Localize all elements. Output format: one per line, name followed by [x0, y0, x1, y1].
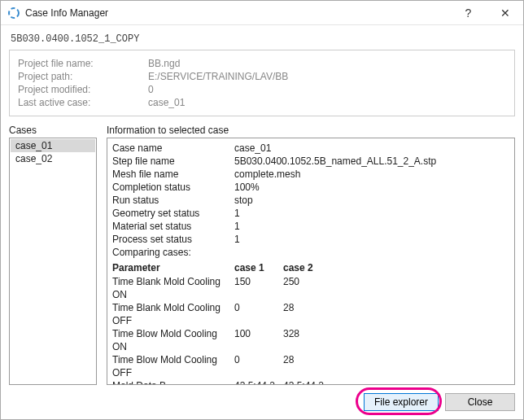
info-row: Run statusstop	[112, 194, 509, 207]
compare-cell: Time Blank Mold Cooling OFF	[112, 301, 234, 327]
meta-value: case_01	[148, 96, 506, 109]
compare-cell: 28	[283, 301, 348, 327]
compare-header-cell: Parameter	[112, 260, 234, 275]
info-label: Comparing cases:	[112, 246, 234, 259]
info-value: 1	[234, 220, 509, 233]
file-explorer-button[interactable]: File explorer	[364, 393, 439, 411]
info-box: Case namecase_01Step file name5B030.0400…	[107, 138, 515, 385]
meta-row: Project file name:BB.ngd	[18, 57, 506, 70]
project-meta-box: Project file name:BB.ngdProject path:E:/…	[9, 50, 515, 116]
info-value: 1	[234, 207, 509, 220]
info-row: Step file name5B030.0400.1052.5B_named_A…	[112, 155, 509, 168]
info-row: Mesh file namecomplete.mesh	[112, 168, 509, 181]
info-label: Material set status	[112, 220, 234, 233]
window-close-button[interactable]: ✕	[487, 1, 523, 24]
info-label: Mesh file name	[112, 168, 234, 181]
meta-label: Project path:	[18, 70, 148, 83]
info-value: complete.mesh	[234, 168, 509, 181]
cases-list[interactable]: case_01case_02	[9, 138, 97, 385]
info-row: Case namecase_01	[112, 142, 509, 155]
compare-cell: 43.5;44.2 944;206.2 ;22.1472; -209.2;-3;…	[283, 379, 348, 384]
compare-cell: 328	[283, 327, 348, 353]
info-row: Geometry set status1	[112, 207, 509, 220]
client-area: 5B030.0400.1052_1_COPY Project file name…	[1, 25, 523, 419]
compare-cell: Mold Data B	[112, 379, 234, 384]
compare-row: Time Blow Mold Cooling ON100328	[112, 327, 509, 353]
compare-cell: 28	[283, 353, 348, 379]
info-value: 1	[234, 233, 509, 246]
info-value	[234, 246, 509, 259]
compare-cell: 0	[234, 301, 283, 327]
meta-value: E:/SERVICE/TRAINING/LAV/BB	[148, 70, 506, 83]
meta-row: Last active case:case_01	[18, 96, 506, 109]
close-button[interactable]: Close	[445, 393, 515, 411]
list-item[interactable]: case_01	[11, 139, 95, 152]
compare-header: Parametercase 1case 2	[112, 260, 509, 275]
app-icon	[7, 7, 20, 20]
info-label: Run status	[112, 194, 234, 207]
meta-label: Project file name:	[18, 57, 148, 70]
info-label: Process set status	[112, 233, 234, 246]
compare-row: Time Blank Mold Cooling ON150250	[112, 275, 509, 301]
info-row: Comparing cases:	[112, 246, 509, 259]
compare-header-cell: case 1	[234, 260, 283, 275]
meta-label: Last active case:	[18, 96, 148, 109]
meta-value: BB.ngd	[148, 57, 506, 70]
split-row: case_01case_02 Case namecase_01Step file…	[9, 138, 515, 385]
titlebar: Case Info Manager ? ✕	[1, 1, 523, 25]
footer: File explorer Close	[9, 385, 515, 411]
compare-header-cell: case 2	[283, 260, 348, 275]
svg-point-0	[9, 8, 19, 18]
meta-label: Project modified:	[18, 83, 148, 96]
info-value: stop	[234, 194, 509, 207]
window-title: Case Info Manager	[25, 7, 450, 19]
info-header: Information to selected case	[107, 125, 515, 136]
list-item[interactable]: case_02	[11, 152, 95, 165]
info-row: Process set status1	[112, 233, 509, 246]
info-label: Step file name	[112, 155, 234, 168]
compare-row: Mold Data B43.5;44.2 944;206.2 ;22.1472;…	[112, 379, 509, 384]
info-value: 5B030.0400.1052.5B_named_ALL.51_2_A.stp	[234, 155, 509, 168]
compare-cell: 100	[234, 327, 283, 353]
info-value: 100%	[234, 181, 509, 194]
header-code: 5B030.0400.1052_1_COPY	[9, 30, 515, 50]
info-label: Case name	[112, 142, 234, 155]
compare-cell: 0	[234, 353, 283, 379]
dialog-window: Case Info Manager ? ✕ 5B030.0400.1052_1_…	[0, 0, 524, 420]
cases-header: Cases	[9, 125, 97, 136]
meta-value: 0	[148, 83, 506, 96]
info-scroll[interactable]: Case namecase_01Step file name5B030.0400…	[107, 138, 514, 384]
window-buttons: ? ✕	[450, 1, 523, 24]
compare-row: Time Blank Mold Cooling OFF028	[112, 301, 509, 327]
compare-cell: 150	[234, 275, 283, 301]
info-label: Completion status	[112, 181, 234, 194]
meta-row: Project path:E:/SERVICE/TRAINING/LAV/BB	[18, 70, 506, 83]
info-label: Geometry set status	[112, 207, 234, 220]
compare-cell: Time Blow Mold Cooling ON	[112, 327, 234, 353]
compare-cell: 43.5;44.2 944;206.2 ;22.1472; -209.2;-3;…	[234, 379, 283, 384]
help-button[interactable]: ?	[450, 1, 487, 24]
info-row: Material set status1	[112, 220, 509, 233]
info-row: Completion status100%	[112, 181, 509, 194]
section-headers: Cases Information to selected case	[9, 125, 515, 136]
meta-row: Project modified:0	[18, 83, 506, 96]
compare-cell: Time Blank Mold Cooling ON	[112, 275, 234, 301]
compare-cell: 250	[283, 275, 348, 301]
compare-cell: Time Blow Mold Cooling OFF	[112, 353, 234, 379]
compare-row: Time Blow Mold Cooling OFF028	[112, 353, 509, 379]
info-value: case_01	[234, 142, 509, 155]
